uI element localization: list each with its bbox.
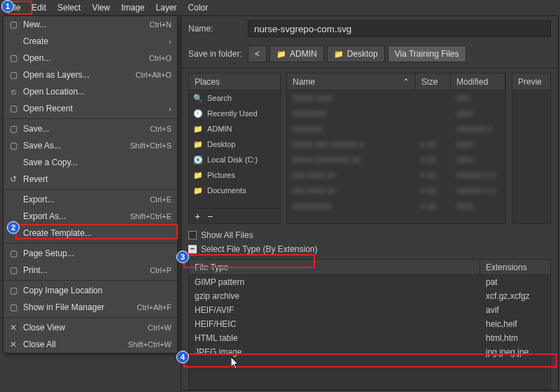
file-type-ext: avif <box>480 303 550 317</box>
menu-item-icon: ▢ <box>6 141 20 150</box>
breadcrumb-label: Via Training Files <box>395 49 459 59</box>
menu-item-export[interactable]: Export...Ctrl+E <box>4 191 177 208</box>
places-add-button[interactable]: + <box>195 211 200 222</box>
file-name: xxxxx xxxxxxxx xx <box>293 155 360 164</box>
menu-layer[interactable]: Layer <box>150 1 183 15</box>
menu-file[interactable]: File <box>1 1 26 15</box>
places-item[interactable]: 📁ADMIN <box>189 121 280 136</box>
menu-item-close-all[interactable]: ✕Close AllShift+Ctrl+W <box>4 336 177 353</box>
col-size[interactable]: Size <box>416 74 451 90</box>
breadcrumb-back-button[interactable]: < <box>248 46 267 62</box>
menu-item-icon: ▢ <box>6 248 20 258</box>
breadcrumb-desktop[interactable]: 📁Desktop <box>327 46 385 62</box>
file-type-header: File Type Extensions <box>189 260 550 275</box>
file-size: x xx <box>421 139 436 149</box>
file-name: xxxxxxxxx <box>293 201 330 211</box>
menu-item-create-template[interactable]: Create Template... <box>4 225 177 241</box>
filename-input[interactable] <box>248 20 551 37</box>
file-row[interactable]: xxx xxxx xxx xxxxxxxx x x <box>287 183 505 198</box>
place-icon: 🕘 <box>193 109 203 118</box>
menu-item-icon: ↺ <box>6 174 20 184</box>
file-dropdown: ▢New...Ctrl+NCreate›▢Open...Ctrl+O▢Open … <box>3 15 178 354</box>
breadcrumb-current[interactable]: Via Training Files <box>388 46 466 62</box>
menu-item-shortcut: Ctrl+S <box>144 125 172 133</box>
file-type-row[interactable]: gzip archivexcf.gz,xcfgz <box>189 289 550 303</box>
menu-edit[interactable]: Edit <box>26 1 52 15</box>
file-row[interactable]: xxxxx xxx xxxxxx xx xxxxxx <box>287 136 505 152</box>
menu-item-save-as[interactable]: ▢Save As...Shift+Ctrl+S <box>4 137 177 154</box>
show-all-files-option[interactable]: Show All Files <box>188 228 551 242</box>
select-file-type-expander[interactable]: − Select File Type (By Extension) <box>188 242 551 256</box>
breadcrumb: < 📁ADMIN 📁Desktop Via Training Files <box>248 46 466 62</box>
menu-item-show-in-file-manager[interactable]: ▢Show in File ManagerCtrl+Alt+F <box>4 299 177 316</box>
places-item[interactable]: 📁Pictures <box>189 167 280 183</box>
menu-image[interactable]: Image <box>115 1 150 15</box>
place-label: Desktop <box>207 140 235 148</box>
file-row[interactable]: xxxxx xxxxxxxx xxx xxxxxx <box>287 152 505 167</box>
col-modified[interactable]: Modified <box>451 74 505 90</box>
menu-item-label: Page Setup... <box>20 248 166 258</box>
file-name: xxx xxxx xx <box>293 186 335 195</box>
menu-select[interactable]: Select <box>52 1 86 15</box>
preview-header: Previe <box>512 74 550 90</box>
menu-item-new[interactable]: ▢New...Ctrl+N <box>4 16 177 33</box>
menu-item-icon: ▢ <box>6 286 20 295</box>
file-row[interactable]: xxxxxxxxxx xxxxxx <box>287 198 505 214</box>
file-list-header: Name⌃ Size Modified <box>287 74 505 90</box>
places-item[interactable]: 🕘Recently Used <box>189 106 280 121</box>
menu-item-revert[interactable]: ↺Revert <box>4 171 177 188</box>
file-size: x xx <box>421 201 436 211</box>
menu-view[interactable]: View <box>86 1 115 15</box>
file-type-ext: heic,heif <box>480 317 550 331</box>
menu-item-open-recent[interactable]: ▢Open Recent› <box>4 100 177 117</box>
file-type-row[interactable]: HEIF/AVIFavif <box>189 303 550 317</box>
places-item[interactable]: 📁Documents <box>189 183 280 198</box>
menu-item-shortcut: Shift+Ctrl+E <box>125 212 172 220</box>
places-remove-button[interactable]: − <box>207 211 213 222</box>
menu-item-shortcut: Shift+Ctrl+S <box>125 141 172 150</box>
menu-item-shortcut: › <box>163 37 172 46</box>
file-modified: xxxxxx x x <box>456 170 495 180</box>
divider <box>181 68 558 69</box>
file-row[interactable]: xxxxxxxxxxxxxx x <box>287 121 505 136</box>
menu-item-save-a-copy[interactable]: Save a Copy... <box>4 154 177 171</box>
file-modified: xxxx <box>456 108 473 118</box>
places-item[interactable]: 🔍Search <box>189 90 280 106</box>
menu-item-page-setup[interactable]: ▢Page Setup... <box>4 245 177 262</box>
name-label: Name: <box>188 24 248 34</box>
col-extensions[interactable]: Extensions <box>480 260 550 274</box>
menu-item-open-as-layers[interactable]: ▢Open as Layers...Ctrl+Alt+O <box>4 66 177 83</box>
file-type-row[interactable]: GIMP patternpat <box>189 275 550 289</box>
menu-item-export-as[interactable]: Export As...Shift+Ctrl+E <box>4 208 177 225</box>
places-item[interactable]: 📁Desktop <box>189 136 280 152</box>
menu-item-close-view[interactable]: ✕Close ViewCtrl+W <box>4 319 177 336</box>
menu-item-open[interactable]: ▢Open...Ctrl+O <box>4 50 177 66</box>
col-name[interactable]: Name⌃ <box>287 74 416 90</box>
menu-item-copy-image-location[interactable]: ▢Copy Image Location <box>4 282 177 299</box>
file-type-row[interactable]: HTML tablehtml,htm <box>189 331 550 345</box>
file-row[interactable]: xxxxx xxxxxxx <box>287 90 505 106</box>
sort-asc-icon: ⌃ <box>402 77 410 87</box>
menu-item-shortcut: Ctrl+Alt+O <box>130 71 172 79</box>
file-row[interactable]: xxx xxxx xxx xxxxxxxx x x <box>287 167 505 183</box>
file-type-row[interactable]: JPEG imagejpg,jpeg,jpe <box>189 345 550 359</box>
file-modified: xxxx <box>456 155 473 164</box>
file-name: xxx xxxx xx <box>293 170 335 180</box>
breadcrumb-admin[interactable]: 📁ADMIN <box>270 46 324 62</box>
menu-item-open-location[interactable]: ⎋Open Location... <box>4 83 177 100</box>
file-modified: xxxxxxx x <box>456 124 492 134</box>
places-item[interactable]: 💽Local Disk (C:) <box>189 152 280 167</box>
file-row[interactable]: xxxxxxxxxxxx <box>287 106 505 121</box>
menu-item-label: Open Recent <box>20 104 163 113</box>
menu-item-label: Show in File Manager <box>20 302 131 312</box>
col-file-type[interactable]: File Type <box>189 260 480 274</box>
menu-item-create[interactable]: Create› <box>4 33 177 50</box>
file-modified: xxxx <box>456 139 473 149</box>
file-type-row[interactable]: HEIF/HEICheic,heif <box>189 317 550 331</box>
menu-item-save[interactable]: ▢Save...Ctrl+S <box>4 120 177 137</box>
file-size: x xx <box>421 155 436 164</box>
menu-item-print[interactable]: ▢Print...Ctrl+P <box>4 262 177 279</box>
place-icon: 📁 <box>193 140 203 149</box>
menu-item-icon: ▢ <box>6 70 20 80</box>
menu-color[interactable]: Color <box>183 1 214 15</box>
